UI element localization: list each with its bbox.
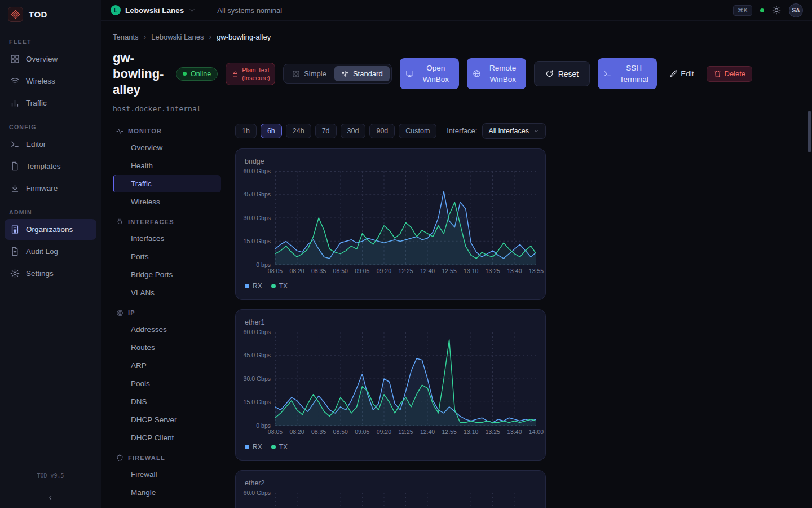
open-winbox-button[interactable]: Open WinBox	[400, 58, 459, 89]
sidebar-item-templates[interactable]: Templates	[5, 156, 96, 177]
range-90d[interactable]: 90d	[369, 124, 395, 138]
sidebar-collapse-button[interactable]	[0, 487, 101, 508]
subnav-item-dhcp-client[interactable]: DHCP Client	[113, 429, 221, 446]
sidebar-item-wireless[interactable]: Wireless	[5, 71, 96, 91]
charts-column: 1h6h24h7d30d90dCustom Interface: All int…	[235, 120, 546, 508]
sidebar-item-label: Traffic	[26, 99, 47, 107]
y-tick: 30.0 Gbps	[244, 214, 271, 221]
breadcrumb-tenants[interactable]: Tenants	[113, 33, 139, 41]
delete-label: Delete	[725, 69, 746, 78]
delete-button[interactable]: Delete	[707, 66, 753, 82]
breadcrumb-separator-icon: ›	[144, 32, 147, 41]
sidebar-item-audit-log[interactable]: Audit Log	[5, 241, 96, 262]
subnav-item-dhcp-server[interactable]: DHCP Server	[113, 411, 221, 428]
plug-icon	[116, 218, 123, 226]
sidebar-item-editor[interactable]: Editor	[5, 134, 96, 155]
x-tick: 09:20	[377, 268, 391, 274]
remote-winbox-button[interactable]: Remote WinBox	[467, 58, 526, 89]
sidebar-item-firmware[interactable]: Firmware	[5, 178, 96, 199]
sidebar-item-organizations[interactable]: Organizations	[5, 219, 96, 240]
sidebar-item-label: Overview	[26, 55, 58, 63]
insecure-warning-badge: Plain-Text (Insecure)	[226, 63, 275, 86]
chart-title: bridge	[245, 157, 536, 165]
chart-card-bridge: bridge0 bps15.0 Gbps30.0 Gbps45.0 Gbps60…	[235, 148, 546, 300]
sidebar-item-settings[interactable]: Settings	[5, 263, 96, 284]
chart-plot	[275, 171, 536, 265]
open-winbox-label: Open WinBox	[418, 63, 453, 85]
chart-legend: RXTX	[245, 443, 536, 451]
subnav-item-pools[interactable]: Pools	[113, 375, 221, 392]
legend-dot	[245, 445, 249, 449]
interface-value: All interfaces	[488, 127, 529, 135]
subnav-item-firewall[interactable]: Firewall	[113, 466, 221, 483]
subnav-item-ports[interactable]: Ports	[113, 248, 221, 265]
subnav-item-arp[interactable]: ARP	[113, 357, 221, 374]
interface-select[interactable]: All interfaces	[482, 123, 546, 139]
sidebar-item-overview[interactable]: Overview	[5, 49, 96, 69]
subnav-item-addresses[interactable]: Addresses	[113, 321, 221, 338]
x-tick: 13:10	[464, 268, 478, 274]
command-palette-shortcut[interactable]: ⌘K	[733, 5, 752, 16]
x-tick: 12:25	[398, 268, 413, 274]
sidebar-item-traffic[interactable]: Traffic	[5, 93, 96, 113]
range-6h[interactable]: 6h	[261, 124, 282, 138]
file-icon	[10, 161, 20, 171]
grid-icon	[292, 70, 300, 78]
tenant-selector[interactable]: L Lebowski Lanes	[111, 5, 196, 15]
x-tick: 12:55	[442, 268, 457, 274]
monitor-icon-wrap	[405, 69, 414, 78]
subnav-item-overview[interactable]: Overview	[113, 139, 221, 156]
theme-toggle-button[interactable]	[772, 6, 781, 15]
app-sidebar: TOD FLEETOverviewWirelessTrafficCONFIGEd…	[0, 0, 102, 508]
range-30d[interactable]: 30d	[341, 124, 366, 138]
reset-button[interactable]: Reset	[534, 61, 590, 86]
range-1h[interactable]: 1h	[235, 124, 257, 138]
scrollbar-thumb[interactable]	[808, 111, 811, 152]
x-tick: 08:50	[333, 268, 348, 274]
trash-icon	[713, 69, 722, 78]
subnav-item-traffic[interactable]: Traffic	[113, 175, 221, 192]
x-tick: 14:00	[529, 428, 544, 435]
globe-icon	[473, 69, 481, 78]
subnav-item-health[interactable]: Health	[113, 157, 221, 174]
topbar: L Lebowski Lanes All systems nominal ⌘K …	[102, 0, 812, 21]
globe-icon-wrap	[473, 69, 481, 78]
topbar-right: ⌘K SA	[733, 3, 803, 17]
subnav-item-interfaces[interactable]: Interfaces	[113, 230, 221, 247]
interface-label: Interface:	[447, 126, 477, 135]
breadcrumb-lebowski-lanes[interactable]: Lebowski Lanes	[151, 33, 204, 41]
terminal-icon-wrap	[603, 69, 612, 78]
range-7d[interactable]: 7d	[315, 124, 337, 138]
connection-status-dot	[760, 8, 764, 12]
device-subnav: MONITOROverviewHealthTrafficWirelessINTE…	[113, 120, 221, 502]
app-name: TOD	[29, 10, 47, 19]
view-mode-simple[interactable]: Simple	[285, 66, 333, 81]
pencil-icon-wrap	[669, 69, 678, 78]
subnav-item-mangle[interactable]: Mangle	[113, 484, 221, 501]
edit-button[interactable]: Edit	[665, 65, 698, 82]
subnav-item-vlans[interactable]: VLANs	[113, 284, 221, 301]
globe-icon	[116, 309, 123, 317]
subnav-item-wireless[interactable]: Wireless	[113, 193, 221, 211]
x-tick: 13:40	[507, 428, 522, 435]
user-avatar[interactable]: SA	[789, 3, 803, 17]
chart-plot	[275, 493, 536, 508]
app-logo: TOD	[0, 0, 101, 28]
refresh-icon	[545, 69, 554, 78]
ssh-terminal-button[interactable]: SSH Terminal	[598, 58, 657, 89]
range-custom[interactable]: Custom	[399, 124, 436, 138]
view-mode-standard[interactable]: Standard	[334, 66, 390, 81]
range-24h[interactable]: 24h	[286, 124, 311, 138]
subnav-item-routes[interactable]: Routes	[113, 339, 221, 356]
file-text-icon	[10, 247, 20, 256]
subnav-item-bridge-ports[interactable]: Bridge Ports	[113, 266, 221, 283]
x-tick: 12:25	[398, 428, 413, 435]
view-mode-toggle: Simple Standard	[283, 64, 392, 84]
chart-card-ether1: ether10 bps15.0 Gbps30.0 Gbps45.0 Gbps60…	[235, 309, 546, 461]
subnav-item-dns[interactable]: DNS	[113, 393, 221, 410]
sidebar-item-label: Audit Log	[26, 247, 58, 256]
breadcrumb-separator-icon: ›	[209, 32, 211, 41]
bar-chart-icon	[10, 98, 20, 108]
legend-tx: TX	[271, 282, 288, 290]
legend-tx: TX	[271, 443, 288, 451]
